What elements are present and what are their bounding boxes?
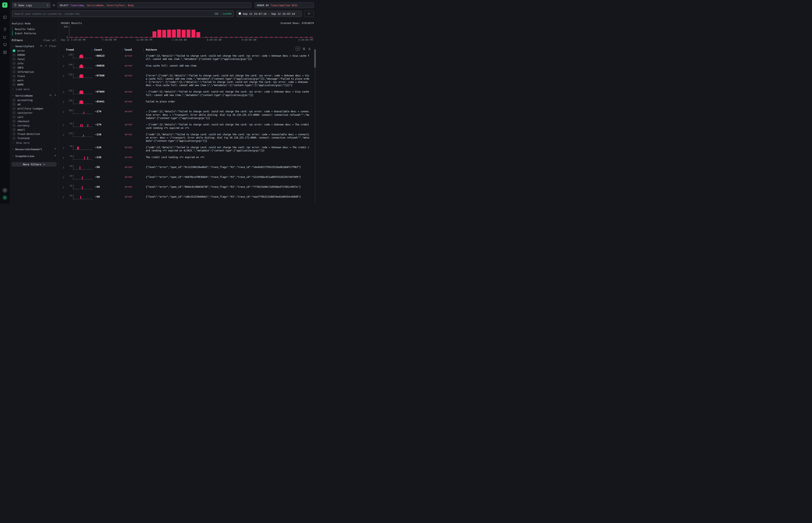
excluded-x-icon[interactable]: × xyxy=(146,91,147,93)
run-query-button[interactable] xyxy=(304,11,314,17)
histogram-bar[interactable] xyxy=(260,37,263,38)
histogram-bar[interactable] xyxy=(153,32,156,37)
histogram-bar[interactable] xyxy=(300,37,302,38)
histogram-bar[interactable] xyxy=(230,37,232,38)
checkbox-unchecked[interactable] xyxy=(13,75,15,77)
sidebar-mode-event-patterns[interactable]: Event Patterns xyxy=(12,31,56,35)
histogram-bar[interactable] xyxy=(220,37,223,38)
histogram-bar[interactable] xyxy=(100,37,103,38)
expand-row-chevron-icon[interactable] xyxy=(61,109,66,114)
facet-more-link[interactable]: Load more xyxy=(12,87,56,91)
filter-option-fatal[interactable]: fatal xyxy=(12,57,56,61)
expand-row-chevron-icon[interactable] xyxy=(61,184,66,190)
order-by-input[interactable]: ORDER BY TimestampTime DESC xyxy=(254,2,314,8)
checkbox-unchecked[interactable] xyxy=(13,137,15,140)
histogram-bar[interactable] xyxy=(270,37,272,38)
checkbox-unchecked[interactable] xyxy=(13,79,15,82)
panel-left-icon[interactable] xyxy=(2,15,7,20)
scrollbar-thumb[interactable] xyxy=(314,49,316,68)
expand-row-chevron-icon[interactable] xyxy=(61,53,66,58)
histogram-bar[interactable] xyxy=(162,30,166,37)
expand-row-chevron-icon[interactable] xyxy=(61,89,66,94)
histogram-bar[interactable] xyxy=(196,32,200,37)
table-row[interactable]: 60~58error{"level":"error","span_id":"0c… xyxy=(61,163,314,173)
facet-header-ResourceSchemaUrl[interactable]: ResourceSchemaUrl xyxy=(12,147,56,151)
checkbox-unchecked[interactable] xyxy=(13,83,15,86)
checkbox-unchecked[interactable] xyxy=(13,62,15,65)
wrap-text-icon[interactable] xyxy=(302,47,305,50)
checkbox-unchecked[interactable] xyxy=(13,116,15,118)
table-row[interactable]: 60~174error×{"code":13,"details":"failed… xyxy=(61,121,314,131)
code-icon[interactable] xyxy=(296,47,300,51)
column-header-pattern[interactable]: Pattern xyxy=(146,48,314,51)
pin-icon[interactable] xyxy=(54,148,56,151)
histogram-bar[interactable] xyxy=(167,30,171,37)
filter-option-checkout[interactable]: checkout xyxy=(12,119,56,123)
avatar[interactable]: U xyxy=(2,195,7,200)
logs-icon[interactable] xyxy=(2,27,7,32)
filter-option-frontend[interactable]: frontend xyxy=(12,136,56,140)
histogram-bar[interactable] xyxy=(310,37,313,38)
filter-option-artillery-loadgen[interactable]: artillery-loadgen xyxy=(12,106,56,111)
histogram-bar[interactable] xyxy=(305,37,307,38)
monitor-icon[interactable] xyxy=(2,42,7,47)
checkbox-unchecked[interactable] xyxy=(13,54,15,56)
histogram-bar[interactable] xyxy=(275,37,278,38)
table-row[interactable]: 60~58error{"level":"error","span_id":"eb… xyxy=(61,173,314,183)
histogram-bar[interactable] xyxy=(187,30,190,37)
histogram-bar[interactable] xyxy=(115,37,118,38)
checkbox-unchecked[interactable] xyxy=(13,111,15,114)
histogram-bar[interactable] xyxy=(110,37,113,38)
line-chart-icon[interactable] xyxy=(2,35,7,39)
filter-option-cart[interactable]: cart xyxy=(12,115,56,119)
histogram-bar[interactable] xyxy=(95,37,98,38)
vertical-scrollbar[interactable] xyxy=(314,49,316,202)
select-query-input[interactable]: SELECT Timestamp, ServiceName, SeverityT… xyxy=(57,2,251,8)
table-row[interactable]: 22K~95441errorFailed to place order xyxy=(61,98,314,108)
search-input[interactable] xyxy=(14,12,213,15)
checkbox-checked[interactable] xyxy=(13,49,15,52)
filter-option-warn[interactable]: warn xyxy=(12,78,56,83)
help-button[interactable]: ? xyxy=(2,188,7,193)
table-row[interactable]: 60~58error{"level":"error","span_id":"cd… xyxy=(61,193,314,203)
histogram-bar[interactable] xyxy=(235,37,237,38)
checkbox-unchecked[interactable] xyxy=(13,103,15,106)
histogram-bar[interactable] xyxy=(295,37,298,38)
histogram-bar[interactable] xyxy=(75,37,78,38)
checkbox-unchecked[interactable] xyxy=(13,99,15,102)
histogram-bar[interactable] xyxy=(285,37,288,38)
histogram-bar[interactable] xyxy=(157,30,161,37)
expand-row-chevron-icon[interactable] xyxy=(61,122,66,127)
table-row[interactable]: 120~116error{"code":13,"details":"failed… xyxy=(61,131,314,144)
histogram-bar[interactable] xyxy=(290,37,293,38)
table-row[interactable]: 24K~98058errorVisa cache full: cannot ad… xyxy=(61,62,314,72)
table-row[interactable]: 60~116errorThe credit card (ending <*> e… xyxy=(61,154,314,163)
expand-row-chevron-icon[interactable] xyxy=(61,145,66,150)
filter-option-currency[interactable]: currency xyxy=(12,123,56,128)
histogram-bar[interactable] xyxy=(145,37,148,38)
histogram-bar[interactable] xyxy=(125,37,128,38)
histogram-bar[interactable] xyxy=(182,30,186,37)
filter-option-WARN[interactable]: WARN xyxy=(12,83,56,87)
histogram-bar[interactable] xyxy=(140,37,143,38)
lucene-toggle[interactable]: Lucene xyxy=(223,12,232,15)
expand-row-chevron-icon[interactable] xyxy=(61,164,66,170)
checkbox-unchecked[interactable] xyxy=(13,133,15,135)
histogram-bar[interactable] xyxy=(90,37,93,38)
histogram-bar[interactable] xyxy=(255,37,258,38)
search-icon[interactable] xyxy=(40,44,42,48)
histogram-bar[interactable] xyxy=(225,37,228,38)
histogram-bar[interactable] xyxy=(70,37,73,38)
clear-all-button[interactable]: Clear all xyxy=(43,39,56,42)
filter-option-info[interactable]: info xyxy=(12,61,56,66)
checkbox-unchecked[interactable] xyxy=(13,66,15,69)
histogram-bar[interactable] xyxy=(105,37,108,38)
app-logo[interactable] xyxy=(2,2,7,8)
facet-header-ServiceName[interactable]: ServiceName xyxy=(12,93,56,98)
histogram-bar[interactable] xyxy=(205,37,208,38)
histogram-bar[interactable] xyxy=(130,37,133,38)
expand-row-chevron-icon[interactable] xyxy=(61,194,66,199)
filter-option-ERROR[interactable]: ERROR xyxy=(12,53,56,57)
histogram-bar[interactable] xyxy=(120,37,123,38)
gear-icon[interactable] xyxy=(51,4,56,7)
